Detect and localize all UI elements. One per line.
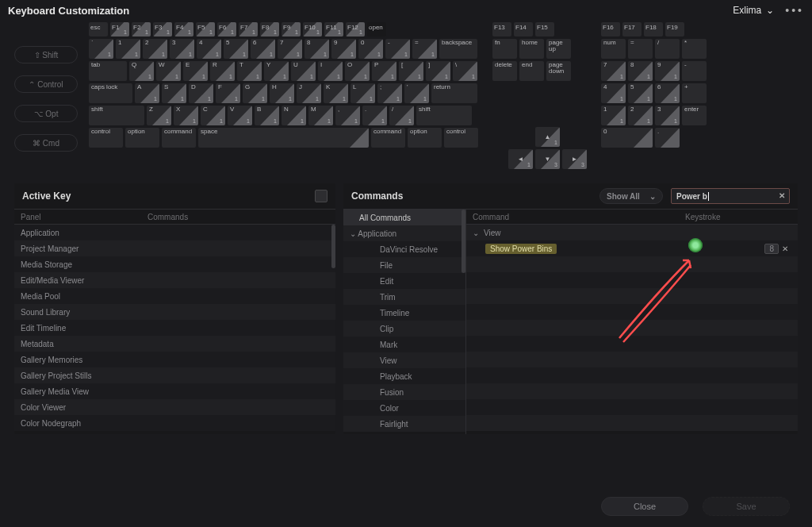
key-caps-lock[interactable]: caps lock (89, 83, 132, 103)
key-f19[interactable]: F19 (665, 22, 684, 37)
key-tab[interactable]: tab (89, 61, 127, 81)
tree-row[interactable]: Trim (343, 289, 465, 305)
panel-row[interactable]: Color Viewer (14, 399, 335, 415)
key-3[interactable]: 31 (170, 39, 194, 59)
key--[interactable]: + (682, 83, 707, 103)
key--[interactable]: `1 (89, 39, 113, 59)
key-f5[interactable]: F51 (196, 22, 215, 37)
key-9[interactable]: 91 (655, 61, 680, 81)
key-page-down[interactable]: page down (546, 61, 571, 81)
key-b[interactable]: B1 (255, 106, 279, 125)
key--[interactable]: .1 (362, 106, 387, 125)
panel-row[interactable]: Metadata (14, 336, 335, 352)
key-m[interactable]: M1 (308, 106, 333, 125)
key-l[interactable]: L1 (350, 83, 375, 103)
panel-row[interactable]: Edit/Media Viewer (14, 272, 335, 288)
key-home[interactable]: home (519, 39, 544, 59)
result-row[interactable]: Show Power Bins8✕ (466, 240, 798, 256)
key-z[interactable]: Z1 (147, 106, 171, 125)
key-control[interactable]: control (89, 128, 123, 148)
key-end[interactable]: end (519, 61, 544, 81)
key-n[interactable]: N1 (282, 106, 306, 125)
key-6[interactable]: 61 (655, 83, 680, 103)
key-7[interactable]: 71 (601, 61, 626, 81)
key-f15[interactable]: F15 (535, 22, 554, 37)
key-h[interactable]: H1 (270, 83, 294, 103)
tree-row[interactable]: All Commands (343, 210, 465, 225)
key-control[interactable]: control (444, 128, 478, 148)
panel-row[interactable]: Color Nodegraph (14, 415, 335, 431)
key--[interactable]: '1 (404, 83, 429, 103)
key-esc[interactable]: esc (89, 22, 108, 37)
key-p[interactable]: P1 (372, 61, 396, 81)
panel-row[interactable]: Gallery Media View (14, 383, 335, 399)
key--[interactable]: \1 (453, 61, 477, 81)
key-f11[interactable]: F111 (324, 22, 343, 37)
key-0[interactable]: 01 (358, 39, 383, 59)
key-f12[interactable]: F121 (346, 22, 365, 37)
panel-row[interactable]: Media Storage (14, 256, 335, 272)
panel-row[interactable]: Media Pool (14, 288, 335, 304)
key-6[interactable]: 61 (251, 39, 275, 59)
key-k[interactable]: K1 (324, 83, 348, 103)
clear-search-icon[interactable]: ✕ (779, 191, 785, 200)
tree-row[interactable]: File (343, 257, 465, 273)
modifier-cmd[interactable]: ⌘ Cmd (14, 134, 78, 152)
scrollbar[interactable] (331, 225, 335, 268)
key-f17[interactable]: F17 (622, 22, 642, 37)
key-delete[interactable]: delete (492, 61, 517, 81)
key--[interactable]: ,1 (335, 106, 360, 125)
key--[interactable]: [1 (399, 61, 423, 81)
key-f16[interactable]: F16 (601, 22, 620, 37)
tree-row[interactable]: Fairlight (343, 416, 465, 432)
tree-row[interactable]: Timeline (343, 305, 465, 321)
active-key-checkbox[interactable] (315, 190, 327, 202)
tree-row[interactable]: View (343, 352, 465, 368)
panel-row[interactable]: Sound Library (14, 304, 335, 320)
key--[interactable]: / (655, 39, 680, 59)
panel-row[interactable]: Edit Timeline (14, 320, 335, 336)
key-page-up[interactable]: page up (546, 39, 571, 59)
key-1[interactable]: 11 (116, 39, 140, 59)
key-enter[interactable]: enter (682, 106, 707, 125)
clear-keystroke-icon[interactable]: ✕ (782, 244, 788, 253)
key--[interactable]: ►3 (562, 149, 587, 169)
tree-row[interactable]: Playback (343, 368, 465, 384)
tree-row[interactable]: Color (343, 400, 465, 416)
key--[interactable]: ▲1 (535, 127, 560, 147)
key-fn[interactable]: fn (492, 39, 517, 59)
key-0[interactable]: 0 (601, 128, 653, 148)
key-c[interactable]: C1 (201, 106, 225, 125)
modifier-control[interactable]: ⌃ Control (14, 75, 78, 93)
key-f3[interactable]: F31 (153, 22, 172, 37)
key-f13[interactable]: F13 (492, 22, 511, 37)
key-5[interactable]: 51 (628, 83, 653, 103)
panel-row[interactable]: Application (14, 225, 335, 240)
key-f10[interactable]: F101 (303, 22, 322, 37)
key--[interactable]: = (628, 39, 653, 59)
key-f7[interactable]: F71 (239, 22, 258, 37)
tree-row[interactable]: Fusion (343, 384, 465, 400)
key--[interactable]: ]1 (426, 61, 450, 81)
key-3[interactable]: 31 (655, 106, 680, 125)
key-option[interactable]: option (125, 128, 159, 148)
key-5[interactable]: 51 (224, 39, 248, 59)
key-shift[interactable]: shift (89, 106, 144, 125)
preset-dropdown[interactable]: Exlima ⌄ (733, 5, 774, 16)
key-command[interactable]: command (162, 128, 196, 148)
key-f18[interactable]: F18 (644, 22, 663, 37)
key--[interactable]: ▼3 (535, 149, 560, 169)
key-y[interactable]: Y1 (264, 61, 289, 81)
key--[interactable]: ;1 (377, 83, 402, 103)
key-2[interactable]: 21 (143, 39, 167, 59)
modifier-shift[interactable]: ⇧ Shift (14, 46, 78, 63)
panel-row[interactable]: Project Manager (14, 240, 335, 256)
key--[interactable]: =1 (412, 39, 437, 59)
result-group[interactable]: ⌄View (466, 225, 798, 240)
tree-row[interactable]: DaVinci Resolve (343, 241, 465, 257)
tree-row[interactable]: ⌄ Application (343, 225, 465, 241)
panel-row[interactable]: Gallery Memories (14, 352, 335, 367)
key-w[interactable]: W1 (156, 61, 181, 81)
key-4[interactable]: 41 (601, 83, 626, 103)
key-f9[interactable]: F91 (282, 22, 301, 37)
